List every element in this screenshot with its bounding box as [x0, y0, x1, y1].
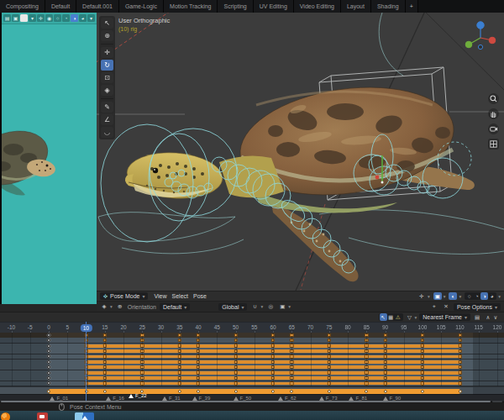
workspace-tab-scripting[interactable]: Scripting: [218, 0, 253, 13]
workspace-tab-default-001[interactable]: Default.001: [76, 0, 119, 13]
view-object-icon[interactable]: ▣: [12, 14, 19, 22]
shading-rendered-icon[interactable]: ◕: [488, 292, 496, 300]
shading-material-icon[interactable]: ◑: [71, 14, 78, 22]
checker-icon[interactable]: ▦: [387, 313, 395, 321]
rotate-tool[interactable]: ↻: [101, 60, 113, 71]
proportional-edit-icon[interactable]: ◎: [266, 303, 275, 311]
dropdown-arrow-icon[interactable]: ▾: [87, 14, 95, 22]
snap-mode-dropdown[interactable]: Nearest Frame ▾: [419, 313, 470, 321]
menu-view[interactable]: View: [151, 293, 169, 299]
falloff-icon[interactable]: ▣: [278, 303, 286, 311]
current-frame-badge[interactable]: 10: [80, 324, 92, 332]
shading-material-icon[interactable]: ◑: [480, 292, 488, 300]
workspace-tab-motion-tracking[interactable]: Motion Tracking: [164, 0, 218, 13]
mouse-icon: [59, 403, 65, 411]
cursor-target-icon[interactable]: ⊕: [116, 303, 124, 311]
shading-solid-icon[interactable]: ◔: [62, 14, 70, 22]
blender-icon[interactable]: [1, 412, 10, 420]
snap-magnet-icon[interactable]: ∪: [250, 303, 259, 311]
close-icon[interactable]: ✕: [442, 303, 450, 311]
channel-row-summary[interactable]: [0, 333, 504, 338]
ruler-frame-number: 85: [364, 324, 370, 330]
select-box-tool[interactable]: ↖: [101, 18, 113, 29]
channel-row-bone[interactable]: [0, 349, 504, 354]
xray-toggle-icon[interactable]: ◐: [449, 292, 457, 300]
camera-view-icon[interactable]: [488, 123, 499, 134]
breakdowner-tool[interactable]: ◡: [101, 127, 113, 138]
summary-keyframe[interactable]: [458, 390, 461, 393]
chevron-down-icon[interactable]: ▾: [428, 294, 430, 299]
channel-row-bone[interactable]: [0, 360, 504, 365]
dopesheet-channels[interactable]: [0, 333, 504, 386]
timeline-marker-f_22[interactable]: F_22: [129, 393, 147, 398]
center-icon[interactable]: ⌖: [430, 303, 438, 311]
chevron-down-icon[interactable]: ▾: [415, 315, 417, 320]
chevron-down-icon[interactable]: ▾: [288, 304, 291, 309]
copy-icon[interactable]: ▤: [473, 313, 481, 321]
chevron-down-icon[interactable]: ▾: [110, 304, 113, 309]
menu-select[interactable]: Select: [170, 293, 191, 299]
horizontal-scrollbar[interactable]: [1, 401, 491, 402]
solid-display-icon[interactable]: ■: [20, 14, 28, 22]
channel-row-bone[interactable]: [0, 354, 504, 360]
chevron-down-icon[interactable]: ▾: [459, 294, 461, 299]
overlay-icon[interactable]: ◉: [45, 14, 53, 22]
gizmo-icon[interactable]: ✛: [37, 14, 45, 22]
ortho-grid-icon[interactable]: [488, 139, 499, 150]
workspace-tab-shading[interactable]: Shading: [371, 0, 406, 13]
chevron-down-icon[interactable]: ▾: [444, 294, 446, 299]
workspace-tab-uv-editing[interactable]: UV Editing: [254, 0, 294, 13]
main-3d-viewport[interactable]: User Orthographic (10) rig ↖⊕✛↻⊡◈✎∠◡: [97, 13, 504, 291]
warning-icon[interactable]: ⚠: [395, 313, 402, 321]
frame-gridline: [348, 333, 349, 386]
channel-row-bone[interactable]: [0, 370, 504, 375]
zoom-icon[interactable]: [488, 93, 499, 104]
shading-solid-icon[interactable]: ◔: [473, 292, 480, 300]
secondary-viewport[interactable]: ▤▣■▾✛◉○◔◑◕▾: [0, 13, 98, 304]
mode-selector[interactable]: ✜ Pose Mode ▾: [100, 292, 148, 300]
pose-options-dropdown[interactable]: Pose Options ▾: [454, 303, 501, 311]
workspace-tab-compositing[interactable]: Compositing: [0, 0, 45, 13]
shading-wireframe-icon[interactable]: ○: [54, 14, 61, 22]
channel-row-action[interactable]: [0, 338, 504, 343]
red-app-icon[interactable]: [37, 412, 48, 420]
shading-rendered-icon[interactable]: ◕: [79, 14, 87, 22]
channel-row-bone[interactable]: [0, 381, 504, 386]
cursor-tool[interactable]: ⊕: [101, 30, 113, 41]
pivot-point-icon[interactable]: ◈: [100, 303, 108, 311]
transform-tool[interactable]: ◈: [101, 85, 113, 96]
move-tool[interactable]: ✛: [101, 47, 113, 58]
menu-pose[interactable]: Pose: [191, 293, 209, 299]
channel-row-bone[interactable]: [0, 375, 504, 381]
scale-tool[interactable]: ⊡: [101, 72, 113, 83]
workspace-tab-layout[interactable]: Layout: [341, 0, 371, 13]
show-overlays-icon[interactable]: ▣: [433, 292, 442, 300]
measure-tool[interactable]: ∠: [101, 114, 113, 125]
workspace-tab-video-editing[interactable]: Video Editing: [294, 0, 341, 13]
filter-funnel-icon[interactable]: ▽: [406, 313, 414, 321]
editor-type-icon[interactable]: ▤: [3, 14, 11, 22]
transform-orientation-dropdown[interactable]: Global ▾: [218, 303, 247, 311]
show-gizmo-icon[interactable]: ✛: [417, 292, 426, 300]
annotate-tool[interactable]: ✎: [101, 102, 113, 113]
pan-hand-icon[interactable]: [488, 108, 499, 119]
playhead-line[interactable]: [86, 322, 87, 402]
chevron-down-icon[interactable]: ▾: [498, 294, 501, 299]
frame-gridline: [105, 333, 106, 386]
channel-row-bone[interactable]: [0, 344, 504, 349]
ruler-frame-number: 100: [418, 324, 428, 330]
dropdown-arrow-icon[interactable]: ▾: [29, 14, 36, 22]
add-workspace-tab[interactable]: +: [406, 0, 418, 13]
select-pointer-icon[interactable]: ↖: [380, 313, 387, 321]
summary-bar[interactable]: [49, 389, 460, 394]
frame-ruler[interactable]: -10-505152025303540455055606570758085909…: [0, 322, 504, 333]
shading-wireframe-icon[interactable]: ○: [465, 292, 473, 300]
photos-app-icon[interactable]: [75, 412, 94, 420]
workspace-tab-default[interactable]: Default: [45, 0, 76, 13]
channel-row-bone[interactable]: [0, 365, 504, 370]
chevron-down-icon[interactable]: ▾: [260, 304, 263, 309]
workspace-tab-game-logic[interactable]: Game-Logic: [119, 0, 164, 13]
expand-down-icon[interactable]: ∨: [491, 313, 500, 321]
navigation-gizmo[interactable]: [464, 19, 497, 58]
orientation-dropdown[interactable]: Default ▾: [160, 303, 190, 311]
